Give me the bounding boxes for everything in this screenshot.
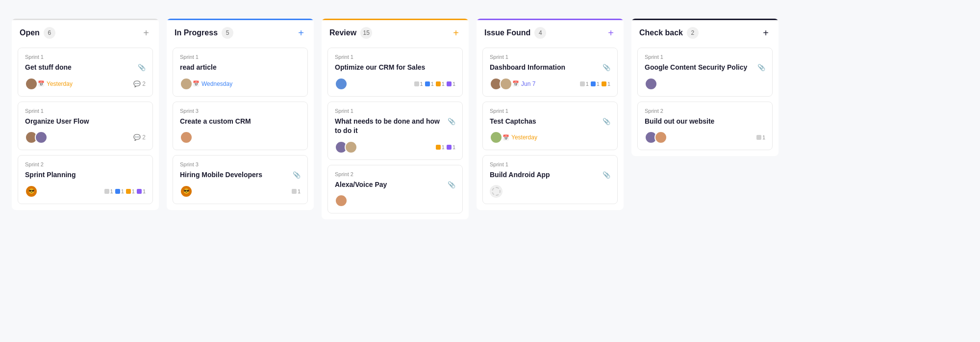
badge-count: 1	[132, 188, 135, 194]
column-cards-inprogress: Sprint 1 read article 📅 Wednesday	[167, 44, 314, 210]
column-header-left: Issue Found 4	[484, 27, 546, 39]
card[interactable]: Sprint 2 Sprint Planning 😎 1	[18, 155, 153, 204]
column-count-review: 15	[360, 27, 372, 39]
card-title-text: Alexa/Voice Pay	[335, 180, 445, 190]
badge-dot	[447, 81, 452, 86]
attachment-icon: 📎	[138, 63, 146, 72]
badge-count: 1	[452, 81, 455, 87]
card-title-text: Google Content Security Policy	[645, 63, 754, 73]
card-footer	[180, 131, 301, 144]
avatar-group	[490, 185, 503, 198]
card[interactable]: Sprint 1 Get stuff done 📎 📅 Yesterday	[18, 48, 153, 97]
card-title-text: What needs to be done and how to do it	[335, 117, 445, 136]
add-card-button-review[interactable]: +	[451, 28, 461, 38]
card[interactable]: Sprint 1 Dashboard Information 📎 📅 Jun 7	[482, 48, 618, 97]
card-sprint: Sprint 1	[180, 54, 301, 60]
card-title-text: Build out our website	[645, 117, 765, 127]
card-title: Dashboard Information 📎	[490, 63, 610, 73]
badge-dot	[756, 135, 761, 140]
badge-dot	[292, 189, 297, 194]
column-header-inprogress: In Progress 5 +	[167, 19, 314, 44]
date-badge: 📅 Yesterday	[38, 80, 73, 87]
card-sprint: Sprint 1	[25, 54, 146, 60]
add-card-button-checkback[interactable]: +	[761, 28, 771, 38]
column-cards-checkback: Sprint 1 Google Content Security Policy …	[631, 44, 779, 156]
add-card-button-open[interactable]: +	[141, 28, 151, 38]
card-sprint: Sprint 3	[180, 161, 301, 167]
card[interactable]: Sprint 1 read article 📅 Wednesday	[173, 48, 308, 97]
card-footer: 💬 2	[25, 131, 146, 144]
avatar: 😎	[25, 185, 38, 198]
avatar: 😎	[180, 185, 193, 198]
card-sprint: Sprint 2	[335, 171, 455, 177]
card-footer-left	[335, 141, 354, 154]
calendar-icon: 📅	[38, 80, 45, 87]
card-footer-left	[645, 131, 664, 144]
task-badge: 1	[115, 188, 124, 194]
card[interactable]: Sprint 2 Alexa/Voice Pay 📎	[327, 165, 463, 214]
avatar-group	[490, 78, 509, 90]
card-title: Create a custom CRM	[180, 117, 301, 127]
column-cards-issuefound: Sprint 1 Dashboard Information 📎 📅 Jun 7	[477, 44, 624, 210]
task-badge: 1	[591, 81, 600, 87]
card-footer-left	[335, 194, 345, 207]
avatar-group	[335, 78, 345, 90]
card-title-text: Hiring Mobile Developers	[180, 170, 290, 180]
card-footer-left: 📅 Jun 7	[490, 78, 535, 90]
badge-group: 1	[292, 188, 301, 194]
card[interactable]: Sprint 3 Create a custom CRM	[173, 102, 308, 151]
card-title: What needs to be done and how to do it 📎	[335, 117, 455, 136]
card[interactable]: Sprint 1 Optimize our CRM for Sales 1	[327, 48, 463, 97]
card-title-text: Dashboard Information	[490, 63, 600, 73]
badge-dot	[425, 81, 430, 86]
avatar	[180, 131, 193, 144]
add-card-button-inprogress[interactable]: +	[296, 28, 306, 38]
card-title: Sprint Planning	[25, 170, 146, 180]
badge-count: 1	[431, 81, 434, 87]
avatar	[180, 78, 193, 90]
attachment-icon: 📎	[448, 117, 455, 126]
app-container: Open 6 + Sprint 1 Get stuff done 📎 📅 Yes…	[0, 0, 980, 229]
card-footer: 😎 1	[180, 185, 301, 198]
column-header-left: Review 15	[329, 27, 372, 39]
avatar-group: 😎	[180, 185, 190, 198]
card-footer: 1 1 1 1	[335, 78, 455, 90]
badge-dot	[591, 81, 596, 86]
card-footer-left: 😎	[25, 185, 35, 198]
badge-count: 1	[121, 188, 124, 194]
avatar-group	[180, 131, 190, 144]
attachment-icon: 📎	[603, 63, 610, 72]
column-cards-review: Sprint 1 Optimize our CRM for Sales 1	[322, 44, 469, 219]
card-footer: 📅 Yesterday	[490, 131, 610, 144]
card[interactable]: Sprint 1 What needs to be done and how t…	[327, 102, 463, 160]
badge-count: 1	[420, 81, 423, 87]
avatar-group	[25, 131, 45, 144]
card-footer: 😎 1 1 1	[25, 185, 146, 198]
badge-dot	[137, 189, 142, 194]
card-sprint: Sprint 1	[490, 161, 610, 167]
badge-count: 1	[298, 188, 301, 194]
card[interactable]: Sprint 1 Organize User Flow 💬 2	[18, 102, 153, 151]
card-title: Test Captchas 📎	[490, 117, 610, 127]
avatar	[335, 194, 348, 207]
column-title-inprogress: In Progress	[175, 28, 218, 37]
card[interactable]: Sprint 2 Build out our website 1	[637, 102, 773, 151]
column-review: Review 15 + Sprint 1 Optimize our CRM fo…	[322, 19, 469, 219]
avatar-group	[335, 141, 354, 154]
card[interactable]: Sprint 1 Google Content Security Policy …	[637, 48, 773, 97]
add-card-button-issuefound[interactable]: +	[606, 28, 616, 38]
task-badge: 1	[447, 81, 455, 87]
task-badge: 1	[292, 188, 301, 194]
avatar-group	[335, 194, 345, 207]
task-badge: 1	[137, 188, 146, 194]
card-sprint: Sprint 1	[335, 54, 455, 60]
badge-dot	[436, 81, 441, 86]
avatar	[500, 78, 512, 90]
card-footer: 📅 Jun 7 1 1	[490, 78, 610, 90]
card[interactable]: Sprint 1 Test Captchas 📎 📅 Yesterday	[482, 102, 618, 151]
card-footer-left	[645, 78, 654, 90]
attachment-icon: 📎	[757, 63, 765, 72]
task-badge: 1	[580, 81, 589, 87]
card[interactable]: Sprint 1 Build Android App 📎	[482, 155, 618, 204]
card[interactable]: Sprint 3 Hiring Mobile Developers 📎 😎 1	[173, 155, 308, 204]
